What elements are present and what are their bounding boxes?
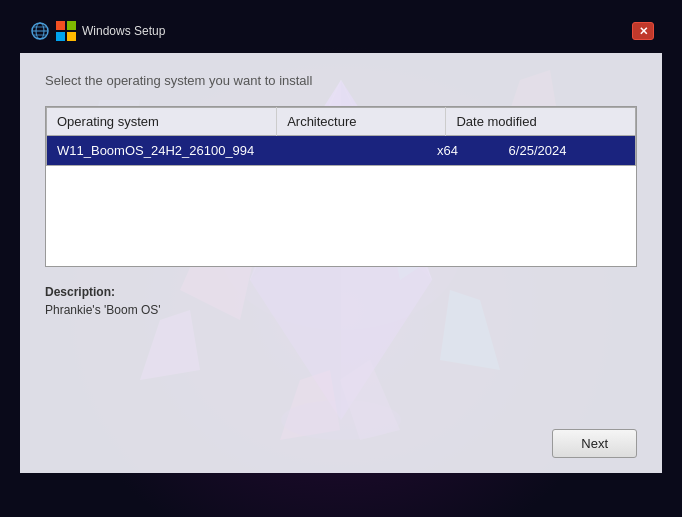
windows-setup-window: Windows Setup ✕ Select the operating sys… <box>20 15 662 502</box>
button-row: Next <box>552 429 637 458</box>
title-bar: Windows Setup ✕ <box>20 15 662 47</box>
description-section: Description: Phrankie's 'Boom OS' <box>45 282 637 318</box>
os-name-cell: W11_BoomOS_24H2_26100_994 <box>47 136 428 166</box>
os-table-container: Operating system Architecture Date modif… <box>45 106 637 267</box>
windows-logo-icon <box>56 21 76 41</box>
table-body-scroll: W11_BoomOS_24H2_26100_994 x64 6/25/2024 <box>46 136 636 266</box>
instruction-text: Select the operating system you want to … <box>45 73 637 88</box>
os-date-cell: 6/25/2024 <box>499 136 636 166</box>
os-table: Operating system Architecture Date modif… <box>46 107 636 136</box>
description-text: Phrankie's 'Boom OS' <box>45 303 161 317</box>
description-label: Description: <box>45 285 115 299</box>
table-row[interactable]: W11_BoomOS_24H2_26100_994 x64 6/25/2024 <box>47 136 636 166</box>
window-title: Windows Setup <box>82 24 632 38</box>
os-table-body: W11_BoomOS_24H2_26100_994 x64 6/25/2024 <box>46 136 636 166</box>
col-header-os: Operating system <box>47 108 277 136</box>
col-header-arch: Architecture <box>277 108 446 136</box>
content-area: Select the operating system you want to … <box>20 53 662 473</box>
col-header-date: Date modified <box>446 108 636 136</box>
next-button[interactable]: Next <box>552 429 637 458</box>
table-header-row: Operating system Architecture Date modif… <box>47 108 636 136</box>
globe-icon <box>28 19 52 43</box>
close-button[interactable]: ✕ <box>632 22 654 40</box>
os-arch-cell: x64 <box>427 136 499 166</box>
